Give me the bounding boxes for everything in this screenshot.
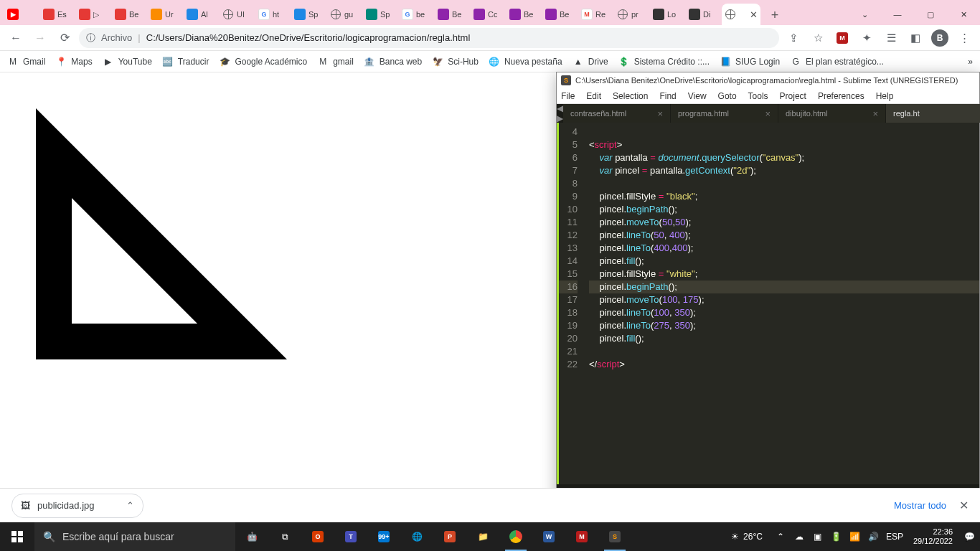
browser-tab[interactable]: Be xyxy=(112,4,148,25)
sublime-menu-item[interactable]: Project xyxy=(780,91,806,101)
sublime-menu-item[interactable]: Selection xyxy=(613,91,648,101)
weather-widget[interactable]: ☀26°C xyxy=(731,532,763,542)
browser-tab[interactable]: Es xyxy=(40,4,76,25)
bookmark-item[interactable]: 💲Sistema Crédito ::... xyxy=(618,56,710,67)
extension-icon[interactable]: M xyxy=(832,28,852,48)
show-all-downloads[interactable]: Mostrar todo xyxy=(894,500,946,511)
download-item-menu[interactable]: ⌃ xyxy=(126,500,134,511)
taskbar-mendeley-icon[interactable]: M xyxy=(565,522,598,551)
bookmark-item[interactable]: 🎓Google Académico xyxy=(219,56,307,67)
code-area[interactable]: <script> var pantalla = document.querySe… xyxy=(582,123,979,484)
browser-tab[interactable]: Sp xyxy=(363,4,399,25)
sublime-titlebar[interactable]: S C:\Users\Diana Benitez\OneDrive\Escrit… xyxy=(557,72,979,88)
reload-button[interactable]: ⟳ xyxy=(55,28,75,48)
sublime-menu-item[interactable]: Help xyxy=(876,91,894,101)
tray-meet-icon[interactable]: ▣ xyxy=(811,530,824,543)
bookmark-item[interactable]: ▲Drive xyxy=(573,56,608,67)
taskbar-search[interactable]: 🔍 Escribe aquí para buscar xyxy=(34,522,235,551)
close-tab-icon[interactable]: × xyxy=(657,108,663,119)
browser-tab[interactable]: Cc xyxy=(471,4,507,25)
sublime-menu-item[interactable]: View xyxy=(688,91,707,101)
reading-list-icon[interactable]: ☰ xyxy=(881,28,901,48)
browser-tab[interactable]: Be xyxy=(435,4,471,25)
side-panel-icon[interactable]: ◧ xyxy=(905,28,925,48)
taskbar-edge-icon[interactable]: 🌐 xyxy=(400,522,433,551)
taskbar-sublime-icon[interactable]: S xyxy=(598,522,631,551)
chrome-menu-button[interactable]: ⋮ xyxy=(954,28,974,48)
close-downloads-bar[interactable]: ✕ xyxy=(959,499,969,512)
sublime-menu-item[interactable]: Goto xyxy=(718,91,737,101)
close-tab-icon[interactable]: × xyxy=(765,108,771,119)
profile-avatar[interactable]: B xyxy=(930,28,950,48)
bookmarks-overflow[interactable]: » xyxy=(968,57,973,67)
bookmark-item[interactable]: 🏦Banca web xyxy=(364,56,422,67)
browser-tab[interactable]: Gbe xyxy=(399,4,435,25)
window-chevron-icon[interactable]: ⌄ xyxy=(848,4,881,25)
taskbar-office-icon[interactable]: O xyxy=(301,522,334,551)
browser-tab[interactable]: ▶ xyxy=(4,4,40,25)
sublime-menu-item[interactable]: Tools xyxy=(748,91,768,101)
window-minimize-button[interactable]: — xyxy=(881,4,914,25)
tray-language[interactable]: ESP xyxy=(886,532,903,542)
taskbar-chrome-icon[interactable] xyxy=(499,522,532,551)
bookmark-item[interactable]: 📘SIUG Login xyxy=(720,56,780,67)
bookmark-item[interactable]: ▶YouTube xyxy=(103,56,152,67)
taskbar-powerpoint-icon[interactable]: P xyxy=(433,522,466,551)
tray-volume-icon[interactable]: 🔊 xyxy=(867,530,880,543)
browser-tab[interactable]: gu xyxy=(327,4,363,25)
address-bar[interactable]: ⓘ Archivo | C:/Users/Diana%20Benitez/One… xyxy=(79,28,779,48)
tray-chevron-icon[interactable]: ⌃ xyxy=(774,530,787,543)
new-tab-button[interactable]: + xyxy=(765,5,785,25)
browser-tab[interactable]: Lo xyxy=(650,4,686,25)
browser-tab[interactable]: Di xyxy=(686,4,722,25)
bookmark-item[interactable]: Mgmail xyxy=(317,56,354,67)
taskbar-mail-icon[interactable]: 99+ xyxy=(367,522,400,551)
bookmark-item[interactable]: 🔤Traducir xyxy=(162,56,209,67)
tray-battery-icon[interactable]: 🔋 xyxy=(830,530,843,543)
sublime-menu-item[interactable]: Preferences xyxy=(818,91,864,101)
browser-tab[interactable]: Ur xyxy=(148,4,184,25)
window-close-button[interactable]: ✕ xyxy=(947,4,980,25)
tray-notifications-icon[interactable]: 💬 xyxy=(963,530,976,543)
taskbar-teams-icon[interactable]: T xyxy=(334,522,367,551)
window-maximize-button[interactable]: ▢ xyxy=(914,4,947,25)
taskbar-cortana-icon[interactable]: 🤖 xyxy=(235,522,268,551)
sublime-tab-scroll[interactable]: ◀ ▶ xyxy=(557,104,563,123)
sublime-tab[interactable]: dibujito.html× xyxy=(778,104,886,123)
browser-tab[interactable]: pr xyxy=(614,4,650,25)
taskbar-taskview-icon[interactable]: ⧉ xyxy=(268,522,301,551)
back-button[interactable]: ← xyxy=(6,28,26,48)
bookmark-item[interactable]: 📍Maps xyxy=(55,56,92,67)
browser-tab[interactable]: Ght xyxy=(255,4,291,25)
taskbar-word-icon[interactable]: W xyxy=(532,522,565,551)
browser-tab[interactable]: ▷ xyxy=(76,4,112,25)
browser-tab[interactable]: Be xyxy=(542,4,578,25)
download-item[interactable]: 🖼 publicidad.jpg ⌃ xyxy=(11,494,143,518)
tray-clock[interactable]: 22:36 29/12/2022 xyxy=(913,527,953,546)
tray-onedrive-icon[interactable]: ☁ xyxy=(793,530,806,543)
browser-tab[interactable]: Be xyxy=(507,4,542,25)
sublime-tab[interactable]: regla.ht xyxy=(886,104,980,123)
close-tab-icon[interactable]: × xyxy=(872,108,878,119)
browser-tab[interactable]: ✕ xyxy=(722,4,760,25)
browser-tab[interactable]: Al xyxy=(184,4,220,25)
extensions-puzzle-icon[interactable]: ✦ xyxy=(857,28,877,48)
sublime-editor[interactable]: 45678910111213141516171819202122 <script… xyxy=(557,123,979,484)
bookmark-item[interactable]: 🌐Nueva pestaña xyxy=(489,56,562,67)
browser-tab[interactable]: Sp xyxy=(291,4,327,25)
tray-wifi-icon[interactable]: 📶 xyxy=(849,530,862,543)
browser-tab[interactable]: MRe xyxy=(578,4,614,25)
close-tab-icon[interactable]: ✕ xyxy=(750,9,758,20)
bookmark-item[interactable]: MGmail xyxy=(7,56,45,67)
sublime-tab[interactable]: contraseña.html× xyxy=(563,104,671,123)
bookmark-item[interactable]: 🦅Sci-Hub xyxy=(432,56,479,67)
browser-tab[interactable]: UI xyxy=(220,4,255,25)
taskbar-explorer-icon[interactable]: 📁 xyxy=(466,522,499,551)
sublime-menu-item[interactable]: File xyxy=(561,91,575,101)
forward-button[interactable]: → xyxy=(30,28,50,48)
sublime-menu-item[interactable]: Edit xyxy=(586,91,601,101)
sublime-tab[interactable]: programa.html× xyxy=(671,104,778,123)
star-icon[interactable]: ☆ xyxy=(808,28,828,48)
sublime-menu-item[interactable]: Find xyxy=(659,91,676,101)
start-button[interactable] xyxy=(0,522,34,551)
